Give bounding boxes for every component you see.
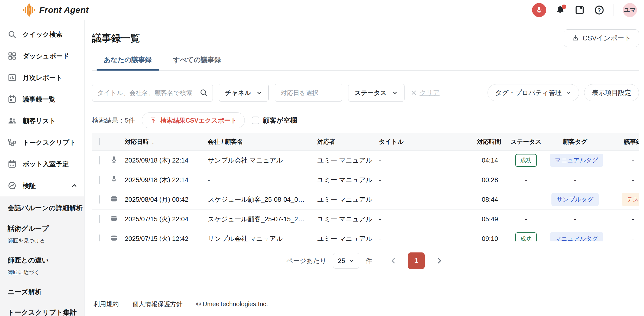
channel-filter-select[interactable]: チャネル <box>219 84 269 102</box>
chevron-down-icon <box>256 89 262 96</box>
next-page-button[interactable] <box>434 255 445 266</box>
customer-tag-pill: マニュアルタグ <box>550 232 603 241</box>
customer-tag-pill: サンプルタグ <box>551 193 598 206</box>
sidebar-item-monthly-report[interactable]: 月次レポート <box>0 67 84 88</box>
cell-company: サンプル会社 マニュアル <box>205 229 315 241</box>
minutes-tag-pill: テス <box>622 193 639 206</box>
submenu-item-talkscript-aggregate[interactable]: トークスクリプト集計 <box>0 308 84 316</box>
row-checkbox[interactable] <box>99 156 100 165</box>
monthly-report-icon <box>8 73 17 82</box>
chevron-up-icon <box>71 182 78 189</box>
status-filter-select[interactable]: ステータス <box>348 84 404 102</box>
sort-desc-icon: ↓ <box>151 138 154 145</box>
notifications-button[interactable] <box>555 5 565 15</box>
status-badge: 成功 <box>515 154 537 167</box>
empty-customer-filter[interactable]: 顧客が空欄 <box>252 116 297 125</box>
table-row[interactable]: 2025/07/15 (火) 22:04 スケジュール顧客_25-07-15_2… <box>92 209 639 229</box>
table-row[interactable]: 2025/07/15 (火) 12:42 サンプル会社 マニュアル ユミー マニ… <box>92 229 639 241</box>
display-settings-button[interactable]: 表示項目設定 <box>584 84 639 101</box>
response-date-input[interactable] <box>275 84 342 102</box>
chevron-down-icon <box>565 90 571 96</box>
privacy-policy-link[interactable]: 個人情報保護方針 <box>132 300 183 308</box>
notification-badge <box>562 5 566 9</box>
cell-title: - <box>376 229 474 241</box>
talk-script-icon <box>8 138 17 147</box>
channel-column-header <box>108 133 122 150</box>
cell-title: - <box>376 209 474 229</box>
prev-page-button[interactable] <box>388 255 399 266</box>
chevron-right-icon <box>435 257 443 265</box>
sidebar-item-quick-search[interactable]: クイック検索 <box>0 24 84 45</box>
empty-customer-checkbox[interactable] <box>252 117 259 124</box>
result-count: 検索結果：5件 <box>92 116 135 125</box>
table-header: 対応日時↓ 会社 / 顧客名 対応者 タイトル 対応時間 ステータス 顧客タグ … <box>92 133 639 150</box>
sidebar: クイック検索 ダッシュボード 月次レポート <box>0 20 85 316</box>
csv-import-button[interactable]: CSVインポート <box>564 29 639 47</box>
sidebar-item-bot-schedule[interactable]: ボット入室予定 <box>0 153 84 175</box>
cell-agent: ユミー マニュアル <box>315 150 376 170</box>
record-mic-button[interactable] <box>532 3 546 17</box>
table-row[interactable]: 2025/09/18 (木) 22:14 サンプル会社 マニュアル ユミー マニ… <box>92 150 639 170</box>
page-title: 議事録一覧 <box>92 32 140 45</box>
filter-bar: チャネル ステータス クリア タグ・プロパティ管理 <box>92 84 639 102</box>
per-page-unit: 件 <box>366 256 372 265</box>
submenu-item-balloon-analysis[interactable]: 会話バルーンの詳細解析 <box>0 203 84 213</box>
sidebar-item-customer-list[interactable]: 顧客リスト <box>0 110 84 132</box>
column-header-datetime[interactable]: 対応日時↓ <box>122 133 205 150</box>
sidebar-item-minutes-list[interactable]: 議事録一覧 <box>0 88 84 110</box>
cell-status: - <box>505 190 547 209</box>
main-content: 議事録一覧 CSVインポート あなたの議事録 すべての議事録 <box>85 20 644 316</box>
submenu-item-mentor-diff[interactable]: 師匠との違い 師匠に近づく <box>0 256 84 276</box>
sidebar-item-talk-script[interactable]: トークスクリプト <box>0 132 84 153</box>
chevron-down-icon <box>349 258 354 264</box>
tag-property-manage-button[interactable]: タグ・プロパティ管理 <box>488 84 579 101</box>
search-box <box>92 84 213 102</box>
page-1-button[interactable]: 1 <box>408 252 425 269</box>
cell-status: - <box>505 209 547 229</box>
bookmarks-button[interactable] <box>574 5 585 15</box>
cell-company: サンプル会社 マニュアル <box>205 150 315 170</box>
table-row[interactable]: 2025/08/04 (月) 00:42 スケジュール顧客_25-08-04_0… <box>92 190 639 209</box>
search-input[interactable] <box>97 89 199 96</box>
microphone-icon <box>535 6 543 14</box>
help-button[interactable]: ? <box>594 5 605 15</box>
submenu-subtitle: 師匠を見つける <box>8 237 77 244</box>
column-header-customer-tag: 顧客タグ <box>547 133 603 150</box>
clear-filters-link[interactable]: クリア <box>411 88 440 97</box>
dashboard-icon <box>8 51 17 61</box>
cell-duration: 08:44 <box>474 190 505 209</box>
user-avatar[interactable]: ユマ <box>623 3 637 17</box>
row-checkbox[interactable] <box>99 234 100 241</box>
terms-link[interactable]: 利用規約 <box>94 300 119 308</box>
cell-agent: ユミー マニュアル <box>315 229 376 241</box>
sidebar-item-verification[interactable]: 検証 <box>0 175 84 196</box>
cell-duration: 00:28 <box>474 170 505 190</box>
per-page-select[interactable]: 25 <box>333 253 359 269</box>
customer-tag-pill: マニュアルタグ <box>550 154 603 167</box>
top-bar: Front Agent <box>0 0 644 20</box>
select-all-checkbox[interactable] <box>99 138 100 145</box>
submenu-item-speech-group[interactable]: 話術グループ 師匠を見つける <box>0 224 84 244</box>
chevron-down-icon <box>392 89 398 96</box>
row-checkbox[interactable] <box>99 176 100 184</box>
upload-icon <box>150 117 157 124</box>
results-toolbar: 検索結果：5件 検索結果CSVエクスポート 顧客が空欄 <box>92 112 639 128</box>
verification-icon <box>8 181 17 190</box>
submenu-subtitle: 師匠に近づく <box>8 269 77 276</box>
minutes-table: 対応日時↓ 会社 / 顧客名 対応者 タイトル 対応時間 ステータス 顧客タグ … <box>92 133 639 241</box>
sidebar-item-dashboard[interactable]: ダッシュボード <box>0 45 84 67</box>
submenu-item-needs-analysis[interactable]: ニーズ解析 <box>0 287 84 296</box>
bookmark-icon <box>574 5 585 15</box>
cell-agent: ユミー マニュアル <box>315 209 376 229</box>
tab-all-minutes[interactable]: すべての議事録 <box>166 54 228 71</box>
row-checkbox[interactable] <box>99 215 100 223</box>
csv-export-button[interactable]: 検索結果CSVエクスポート <box>142 112 245 128</box>
copyright-text: © UmeeTechnologies,Inc. <box>196 300 268 308</box>
table-row[interactable]: 2025/09/18 (木) 22:14 - ユミー マニュアル - 00:28… <box>92 170 639 190</box>
cell-datetime: 2025/07/15 (火) 22:04 <box>122 209 205 229</box>
cell-title: - <box>376 190 474 209</box>
mic-channel-icon <box>110 156 118 163</box>
row-checkbox[interactable] <box>99 195 100 204</box>
tab-your-minutes[interactable]: あなたの議事録 <box>97 54 159 71</box>
column-header-agent: 対応者 <box>315 133 376 150</box>
